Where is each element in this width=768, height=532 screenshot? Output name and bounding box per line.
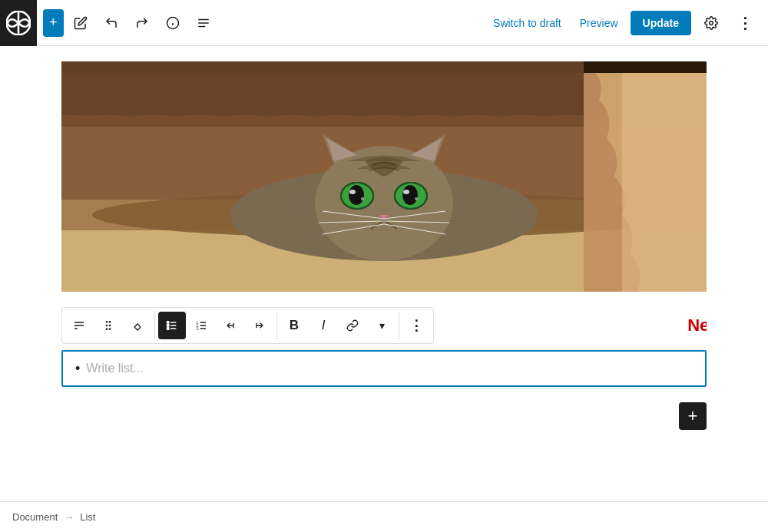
featured-image[interactable] (61, 61, 707, 292)
breadcrumb: Document → List (12, 511, 95, 523)
add-new-block-button[interactable]: + (679, 402, 707, 430)
svg-point-55 (106, 328, 108, 330)
settings-button[interactable] (697, 9, 725, 37)
svg-point-60 (167, 322, 169, 324)
undo-button[interactable] (98, 9, 125, 37)
block-toolbar: 1. 2. 3. (61, 307, 434, 344)
svg-point-52 (109, 321, 111, 323)
list-bullet: • (75, 362, 80, 375)
list-view-button[interactable] (190, 9, 217, 37)
more-rich-text-button[interactable]: ▾ (368, 312, 396, 339)
add-block-row: + (61, 402, 707, 430)
toolbar-group-1 (62, 312, 154, 339)
svg-point-62 (167, 328, 169, 330)
toolbar-group-4: ⋮ (399, 312, 433, 339)
list-placeholder-text: Write list... (86, 362, 693, 375)
more-options-button[interactable]: ⋮ (731, 9, 759, 37)
italic-button[interactable]: I (310, 312, 337, 339)
svg-point-56 (109, 328, 111, 330)
svg-point-28 (349, 190, 356, 194)
breadcrumb-separator: → (64, 511, 74, 523)
toolbar-group-3: B I ▾ (276, 312, 399, 339)
svg-point-29 (361, 197, 364, 200)
redo-button[interactable] (128, 9, 156, 37)
preview-button[interactable]: Preview (574, 12, 624, 34)
pencil-button[interactable] (67, 9, 94, 37)
new-block-text: New block (687, 316, 707, 335)
svg-text:3.: 3. (196, 327, 199, 331)
block-options-button[interactable]: ⋮ (402, 312, 430, 339)
indent-button[interactable] (246, 312, 273, 339)
svg-point-51 (106, 321, 108, 323)
svg-point-33 (402, 185, 418, 205)
outdent-button[interactable] (217, 312, 244, 339)
new-block-annotation: New block (687, 316, 707, 335)
breadcrumb-list[interactable]: List (80, 511, 95, 523)
link-button[interactable] (339, 312, 366, 339)
align-button[interactable] (65, 312, 93, 339)
svg-point-61 (167, 325, 169, 327)
bold-button[interactable]: B (280, 312, 308, 339)
list-editor[interactable]: • Write list... (61, 350, 707, 387)
svg-point-54 (109, 325, 111, 327)
svg-point-26 (349, 185, 364, 205)
ordered-list-button[interactable]: 1. 2. 3. (187, 312, 215, 339)
svg-rect-44 (622, 61, 707, 292)
switch-to-draft-button[interactable]: Switch to draft (487, 12, 568, 34)
toolbar-group-2: 1. 2. 3. (154, 312, 276, 339)
unordered-list-button[interactable] (158, 312, 186, 339)
svg-point-53 (106, 325, 108, 327)
main-area: 1. 2. 3. (0, 46, 768, 501)
svg-rect-47 (61, 61, 584, 115)
main-toolbar: + (0, 0, 768, 46)
bottom-bar: Document → List (0, 501, 768, 532)
drag-handle-button[interactable] (94, 312, 122, 339)
toolbar-right-group: Switch to draft Preview Update ⋮ (487, 9, 759, 37)
info-button[interactable] (159, 9, 187, 37)
breadcrumb-document[interactable]: Document (12, 511, 58, 523)
add-block-button[interactable]: + (43, 9, 64, 37)
update-button[interactable]: Update (631, 11, 691, 35)
svg-point-35 (403, 190, 409, 194)
svg-point-36 (415, 197, 418, 200)
toolbar-left-group: + (43, 9, 487, 37)
block-toolbar-wrapper: 1. 2. 3. (61, 307, 707, 344)
wordpress-logo (0, 0, 37, 46)
move-up-down-button[interactable] (124, 312, 151, 339)
svg-point-8 (710, 21, 713, 25)
editor-canvas: 1. 2. 3. (61, 46, 707, 501)
